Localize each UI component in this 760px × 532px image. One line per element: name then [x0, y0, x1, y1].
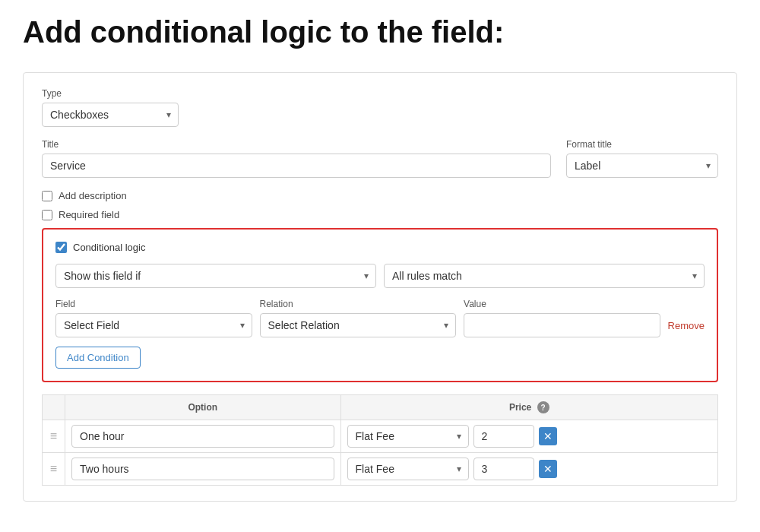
show-field-if-wrapper: Show this field if Hide this field if: [55, 264, 376, 288]
price-type-wrapper: Flat Fee Percentage Fixed: [347, 458, 469, 480]
title-field-group: Title: [42, 139, 551, 178]
option-name-input[interactable]: [71, 458, 334, 480]
price-type-select[interactable]: Flat Fee Percentage Fixed: [347, 458, 469, 480]
add-description-row: Add description: [42, 190, 718, 201]
price-info-icon: ?: [537, 401, 549, 413]
options-table: Option Price ? ≡ Flat Fee Percentage: [42, 394, 718, 486]
type-select[interactable]: Checkboxes Radio Select Text: [42, 103, 179, 127]
field-col-label: Field: [55, 299, 252, 309]
table-row: ≡ Flat Fee Percentage Fixed ✕: [43, 453, 718, 486]
options-header-row: Option Price ?: [43, 395, 718, 420]
format-title-select[interactable]: Label Default: [566, 154, 718, 178]
type-select-wrapper: Checkboxes Radio Select Text: [42, 103, 179, 127]
price-type-select[interactable]: Flat Fee Percentage Fixed: [347, 425, 469, 448]
all-rules-match-wrapper: All rules match Any rule matches: [384, 264, 705, 288]
value-col-label: Value: [464, 299, 660, 309]
select-field-select[interactable]: Select Field: [55, 313, 252, 337]
value-input[interactable]: [464, 313, 660, 337]
type-label: Type: [42, 88, 718, 99]
remove-link[interactable]: Remove: [668, 320, 705, 337]
remove-option-button[interactable]: ✕: [539, 460, 557, 478]
add-description-checkbox[interactable]: [42, 191, 52, 201]
conditional-logic-header: Conditional logic: [55, 242, 705, 253]
field-col: Field Select Field: [55, 299, 252, 337]
conditional-logic-section: Conditional logic Show this field if Hid…: [42, 228, 718, 382]
required-field-label: Required field: [59, 209, 119, 220]
title-label: Title: [42, 139, 551, 150]
drag-col-header: [43, 395, 65, 420]
relation-col: Relation Select Relation: [260, 299, 457, 337]
title-input[interactable]: [42, 154, 551, 178]
title-row: Title Format title Label Default: [42, 139, 718, 190]
add-condition-button[interactable]: Add Condition: [55, 347, 141, 369]
remove-option-button[interactable]: ✕: [539, 427, 557, 445]
page-title: Add conditional logic to the field:: [23, 15, 737, 49]
select-field-wrapper: Select Field: [55, 313, 252, 337]
price-cell: Flat Fee Percentage Fixed ✕: [347, 458, 711, 480]
format-title-field-group: Format title Label Default: [566, 139, 718, 178]
form-panel: Type Checkboxes Radio Select Text Title …: [23, 72, 737, 502]
price-cell: Flat Fee Percentage Fixed ✕: [347, 425, 711, 448]
conditional-logic-checkbox[interactable]: [55, 242, 67, 253]
value-col: Value: [464, 299, 660, 337]
format-title-select-wrapper: Label Default: [566, 154, 718, 178]
option-col-header: Option: [65, 395, 341, 420]
all-rules-match-select[interactable]: All rules match Any rule matches: [384, 264, 705, 288]
table-row: ≡ Flat Fee Percentage Fixed ✕: [43, 420, 718, 453]
condition-row: Field Select Field Relation Select Relat…: [55, 299, 705, 337]
price-value-input[interactable]: [473, 458, 534, 480]
price-col-header: Price ?: [340, 395, 717, 420]
required-field-row: Required field: [42, 209, 718, 220]
select-relation-select[interactable]: Select Relation: [260, 313, 457, 337]
price-value-input[interactable]: [473, 425, 534, 448]
price-type-wrapper: Flat Fee Percentage Fixed: [347, 425, 469, 448]
option-name-input[interactable]: [71, 425, 334, 448]
select-relation-wrapper: Select Relation: [260, 313, 457, 337]
relation-col-label: Relation: [260, 299, 457, 309]
format-title-label: Format title: [566, 139, 718, 150]
required-field-checkbox[interactable]: [42, 210, 52, 220]
drag-handle[interactable]: ≡: [47, 429, 60, 442]
add-description-label: Add description: [59, 190, 127, 201]
drag-handle[interactable]: ≡: [47, 462, 60, 475]
conditional-logic-label: Conditional logic: [73, 242, 145, 253]
show-if-row: Show this field if Hide this field if Al…: [55, 264, 705, 288]
type-field-group: Type Checkboxes Radio Select Text: [42, 88, 718, 127]
show-field-if-select[interactable]: Show this field if Hide this field if: [55, 264, 376, 288]
